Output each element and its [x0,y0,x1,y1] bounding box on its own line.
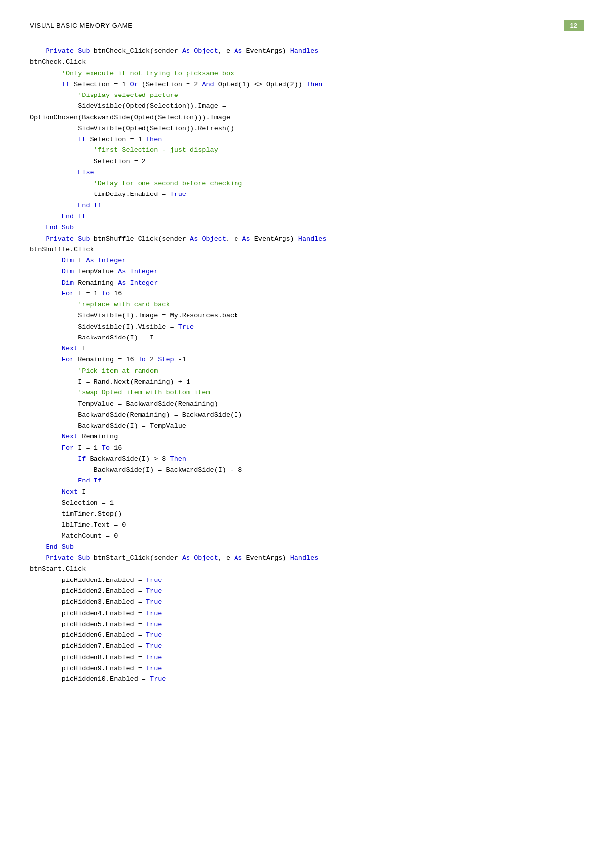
code-line: picHidden8.Enabled = True [30,652,584,663]
document-title: VISUAL BASIC MEMORY GAME [30,22,133,29]
code-line: End Sub [30,222,584,233]
code-line: 'first Selection - just display [30,145,584,156]
code-line: Next I [30,343,584,354]
code-line: End If [30,211,584,222]
code-line: picHidden10.Enabled = True [30,674,584,685]
code-line: btnShuffle.Click [30,244,584,255]
code-line: lblTime.Text = 0 [30,520,584,530]
code-line: picHidden7.Enabled = True [30,641,584,652]
page-header: VISUAL BASIC MEMORY GAME 12 [30,20,584,31]
code-line: BackwardSide(I) = BackwardSide(I) - 8 [30,465,584,476]
code-line: BackwardSide(I) = I [30,333,584,343]
code-line: Selection = 1 [30,498,584,509]
code-line: timDelay.Enabled = True [30,189,584,200]
code-line: picHidden6.Enabled = True [30,630,584,641]
code-line: btnCheck.Click [30,57,584,68]
code-line: For Remaining = 16 To 2 Step -1 [30,354,584,365]
code-line: 'swap Opted item with bottom item [30,387,584,398]
code-line: Selection = 2 [30,156,584,167]
code-line: timTimer.Stop() [30,509,584,520]
code-line: For I = 1 To 16 [30,289,584,299]
code-line: BackwardSide(I) = TempValue [30,421,584,432]
code-line: I = Rand.Next(Remaining) + 1 [30,377,584,387]
code-line: 'Only execute if not trying to picksame … [30,68,584,79]
code-line: TempValue = BackwardSide(Remaining) [30,399,584,410]
code-line: MatchCount = 0 [30,531,584,542]
code-line: 'Display selected picture [30,90,584,101]
code-line: End If [30,200,584,211]
code-line: Dim I As Integer [30,255,584,266]
code-line: picHidden5.Enabled = True [30,619,584,630]
page-number: 12 [564,20,584,31]
code-line: If Selection = 1 Or (Selection = 2 And O… [30,79,584,90]
code-line: OptionChosen(BackwardSide(Opted(Selectio… [30,112,584,123]
code-line: SideVisible(I).Visible = True [30,322,584,333]
code-line: btnStart.Click [30,564,584,575]
code-line: Dim TempValue As Integer [30,266,584,277]
code-line: picHidden2.Enabled = True [30,586,584,597]
code-line: Private Sub btnStart_Click(sender As Obj… [30,553,584,564]
code-line: Private Sub btnShuffle_Click(sender As O… [30,234,584,244]
code-line: End If [30,476,584,486]
code-line: picHidden1.Enabled = True [30,575,584,586]
code-line: picHidden3.Enabled = True [30,597,584,608]
code-line: If BackwardSide(I) > 8 Then [30,454,584,465]
code-line: SideVisible(Opted(Selection)).Refresh() [30,123,584,134]
code-line: 'replace with card back [30,299,584,310]
page: VISUAL BASIC MEMORY GAME 12 Private Sub … [0,0,614,868]
code-line: For I = 1 To 16 [30,443,584,454]
code-line: BackwardSide(Remaining) = BackwardSide(I… [30,410,584,421]
code-line: 'Delay for one second before checking [30,178,584,189]
code-line: Next Remaining [30,432,584,442]
code-line: Next I [30,487,584,498]
code-line: If Selection = 1 Then [30,134,584,145]
code-line: 'Pick item at random [30,366,584,377]
code-line: Private Sub btnCheck_Click(sender As Obj… [30,46,584,57]
code-block: Private Sub btnCheck_Click(sender As Obj… [30,46,584,685]
code-line: picHidden9.Enabled = True [30,663,584,674]
code-line: SideVisible(Opted(Selection)).Image = [30,101,584,112]
code-line: Else [30,167,584,178]
code-line: Dim Remaining As Integer [30,278,584,289]
code-line: picHidden4.Enabled = True [30,608,584,619]
code-line: End Sub [30,542,584,553]
code-line: SideVisible(I).Image = My.Resources.back [30,310,584,321]
